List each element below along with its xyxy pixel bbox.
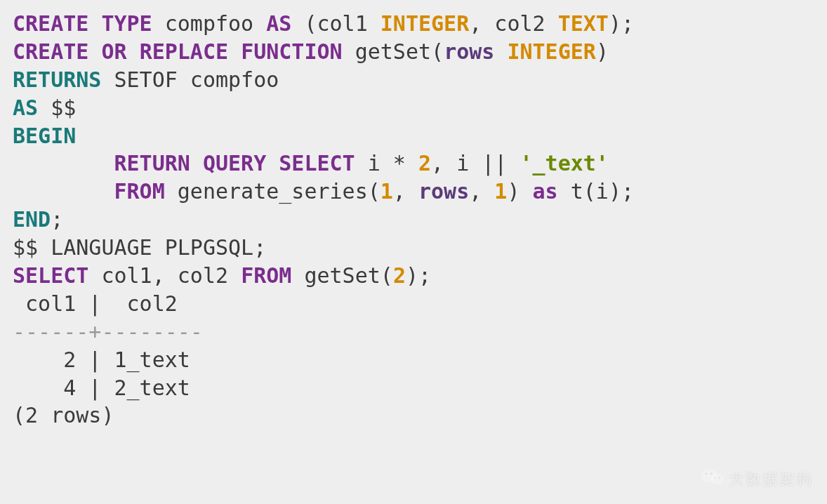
code-line: RETURNS SETOF compfoo [13,67,279,92]
result-row: 2 | 1_text [13,347,190,372]
paren-close: ); [609,11,634,36]
svg-point-5 [719,477,720,478]
keyword-type: TYPE [101,11,152,36]
indent [13,179,114,204]
keyword-select: SELECT [13,263,88,288]
code-line: BEGIN [13,124,76,148]
svg-point-0 [701,469,717,482]
keyword-as: AS [13,95,38,120]
result-row: 4 | 2_text [13,376,190,400]
expr: , i || [431,151,520,175]
keyword-begin: BEGIN [13,124,76,148]
keyword-select: SELECT [279,151,355,175]
code-line: AS $$ [13,95,76,120]
result-footer: (2 rows) [13,403,114,427]
svg-point-2 [705,472,707,475]
type-integer: INTEGER [381,11,469,36]
keyword-or: OR [101,39,126,64]
code-line: CREATE TYPE compfoo AS (col1 INTEGER, co… [13,11,634,36]
space [494,39,507,64]
keyword-query: QUERY [203,151,266,175]
type-text: TEXT [558,11,609,36]
keyword-function: FUNCTION [241,39,343,64]
keyword-create: CREATE [13,11,88,36]
svg-point-1 [710,474,724,484]
dollar-quote: $$ [38,95,76,120]
code-line: SELECT col1, col2 FROM getSet(2); [13,263,431,288]
alias: t(i); [558,179,634,204]
number-1: 1 [494,179,507,204]
type-name: compfoo [165,11,253,36]
keyword-as: AS [266,11,291,36]
code-line: CREATE OR REPLACE FUNCTION getSet(rows I… [13,39,609,64]
keyword-end: END [13,207,51,232]
keyword-replace: REPLACE [140,39,228,64]
keyword-from: FROM [114,179,165,204]
code-line: $$ LANGUAGE PLPGSQL; [13,235,266,260]
func-call: generate_series( [165,179,381,204]
code-block: CREATE TYPE compfoo AS (col1 INTEGER, co… [13,10,814,430]
code-line: END; [13,207,63,232]
code-line: RETURN QUERY SELECT i * 2, i || '_text' [13,151,609,175]
code-line: FROM generate_series(1, rows, 1) as t(i)… [13,179,634,204]
wechat-icon [701,467,725,491]
result-header: col1 | col2 [13,291,178,316]
svg-point-3 [710,472,713,475]
string-literal: '_text' [520,151,609,175]
paren-close: ) [507,179,532,204]
column-def-open: (col1 [304,11,380,36]
watermark-text: 大数据架构 [729,469,813,489]
column-sep: , col2 [469,11,557,36]
svg-point-4 [714,477,715,478]
number-2: 2 [418,151,431,175]
keyword-as: as [533,179,558,204]
number-2: 2 [393,263,406,288]
watermark: 大数据架构 [701,467,813,491]
keyword-returns: RETURNS [13,67,101,92]
func-call: getSet( [291,263,393,288]
expr: i * [355,151,418,175]
comma: , [469,179,494,204]
function-name: getSet( [343,39,444,64]
result-divider: ------+-------- [13,319,203,344]
keyword-return: RETURN [114,151,190,175]
semicolon: ; [51,207,63,232]
param-rows: rows [444,39,494,64]
indent [13,151,114,175]
returns-type: SETOF compfoo [101,67,279,92]
type-integer: INTEGER [507,39,595,64]
keyword-create: CREATE [13,39,88,64]
paren-close: ); [406,263,431,288]
paren-close: ) [596,39,609,64]
comma: , [393,179,418,204]
keyword-from: FROM [241,263,291,288]
number-1: 1 [381,179,393,204]
select-cols: col1, col2 [88,263,241,288]
param-rows: rows [418,179,469,204]
